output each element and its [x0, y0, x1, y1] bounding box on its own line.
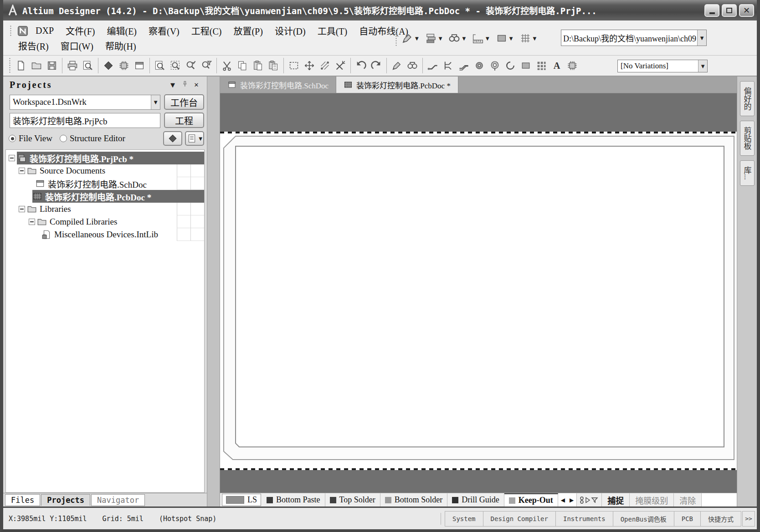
measure-button[interactable]: ▼ — [470, 31, 491, 46]
devices-view-button[interactable] — [101, 57, 116, 74]
clear-button[interactable]: 清除 — [674, 493, 702, 506]
panel-button-system[interactable]: System — [445, 511, 483, 527]
move-selection-button[interactable] — [302, 57, 317, 74]
fanout-button[interactable] — [441, 57, 456, 74]
layer-tab-top-solder[interactable]: Top Solder — [325, 493, 380, 506]
menu-place[interactable]: 放置(P) — [227, 23, 268, 38]
mask-level-button[interactable]: 掩膜级别 — [630, 493, 674, 506]
maximize-button[interactable] — [722, 4, 737, 17]
place-fill-button[interactable] — [518, 57, 534, 74]
layer-tab-ls[interactable]: LS — [222, 494, 261, 506]
tree-item-pcbdoc[interactable]: 装饰彩灯控制电路.PcbDoc * — [6, 190, 204, 203]
redo-button[interactable] — [369, 57, 384, 74]
pcb-board-button[interactable] — [116, 57, 132, 74]
collapse-icon[interactable] — [29, 219, 35, 225]
panel-close-button[interactable]: ✕ — [190, 82, 202, 88]
print-button[interactable] — [65, 57, 80, 74]
scroll-right-button[interactable]: ▶ — [570, 497, 574, 503]
panel-button-pcb[interactable]: PCB — [674, 511, 700, 527]
tab-schdoc[interactable]: 装饰彩灯控制电路.SchDoc — [220, 77, 336, 93]
layer-tab-bottom-paste[interactable]: Bottom Paste — [262, 493, 325, 506]
panel-button-design-compiler[interactable]: Design Compiler — [483, 511, 555, 527]
place-via-button[interactable] — [487, 57, 503, 74]
select-area-button[interactable] — [286, 57, 302, 74]
panel-button-openbus-palette[interactable]: OpenBus调色板 — [613, 511, 674, 527]
menu-window[interactable]: 窗口(W) — [55, 38, 99, 53]
collapse-icon[interactable] — [9, 155, 15, 161]
layer-stack-button[interactable]: ▼ — [423, 31, 444, 46]
grid-settings-button[interactable]: ▼ — [518, 31, 539, 46]
paste-array-button[interactable] — [266, 57, 281, 74]
chevron-down-icon[interactable]: ▼ — [697, 30, 706, 46]
workspace-combobox[interactable]: Workspace1.DsnWrk ▼ — [10, 95, 160, 110]
chevron-down-icon[interactable]: ▼ — [151, 95, 160, 109]
layer-tab-drill-guide[interactable]: Drill Guide — [447, 493, 504, 506]
room-button[interactable]: ▼ — [494, 31, 515, 46]
file-view-radio[interactable] — [9, 135, 16, 142]
board-insight-button[interactable]: ▼ — [400, 31, 421, 46]
layer-tab-bottom-solder[interactable]: Bottom Solder — [380, 493, 448, 506]
place-pad-button[interactable] — [472, 57, 487, 74]
panel-button-shortcuts[interactable]: 快捷方式 — [700, 511, 741, 527]
menu-tools[interactable]: 工具(T) — [312, 23, 354, 38]
panel-menu-button[interactable]: ▼ — [167, 82, 179, 88]
scroll-left-button[interactable]: ◀ — [561, 497, 565, 503]
tree-item-source-documents[interactable]: Source Documents — [6, 164, 204, 177]
menu-edit[interactable]: 编辑(E) — [101, 23, 143, 38]
project-button[interactable]: 工程 — [164, 113, 204, 128]
cut-button[interactable] — [219, 57, 235, 74]
collapse-icon[interactable] — [19, 206, 25, 212]
new-document-button[interactable] — [13, 57, 29, 74]
place-arc-button[interactable] — [503, 57, 518, 74]
chevron-down-icon[interactable]: ▼ — [698, 60, 707, 72]
menu-view[interactable]: 察看(V) — [143, 23, 185, 38]
drag-handle[interactable] — [9, 57, 11, 74]
open-document-button[interactable] — [29, 57, 44, 74]
tree-item-compiled-libraries[interactable]: Compiled Libraries — [6, 215, 204, 228]
interactive-routing-button[interactable] — [425, 57, 441, 74]
drag-handle[interactable] — [10, 25, 12, 36]
paste-button[interactable] — [250, 57, 266, 74]
tab-favorites[interactable]: 偏好的 — [740, 81, 755, 116]
tab-clipboard[interactable]: 剪贴板 — [740, 121, 755, 156]
tree-item-intlib[interactable]: Miscellaneous Devices.IntLib — [6, 228, 204, 241]
mask-controls[interactable] — [577, 493, 602, 506]
fit-document-button[interactable] — [152, 57, 168, 74]
workspace-panels-button[interactable] — [132, 57, 147, 74]
menu-help[interactable]: 帮助(H) — [99, 38, 142, 53]
place-string-button[interactable] — [549, 57, 565, 74]
tab-projects[interactable]: Projects — [41, 494, 90, 506]
find-button[interactable]: ▼ — [447, 31, 467, 46]
align-objects-button[interactable] — [317, 57, 333, 74]
show-documents-button[interactable] — [163, 131, 182, 146]
undo-button[interactable] — [353, 57, 369, 74]
tree-item-libraries[interactable]: Libraries — [6, 203, 204, 215]
menu-reports[interactable]: 报告(R) — [12, 38, 55, 53]
drag-handle[interactable] — [395, 31, 398, 46]
document-options-button[interactable]: ▼ — [185, 131, 204, 146]
tab-files[interactable]: Files — [5, 494, 40, 506]
pcb-sheet-area[interactable] — [220, 133, 737, 468]
snap-button[interactable]: 捕捉 — [602, 493, 630, 506]
fit-area-button[interactable] — [168, 57, 183, 74]
menu-file[interactable]: 文件(F) — [60, 23, 101, 38]
zoom-selected-button[interactable] — [183, 57, 199, 74]
minimize-button[interactable] — [704, 4, 719, 17]
cross-probe-button[interactable] — [333, 57, 348, 74]
panel-pin-button[interactable] — [179, 81, 190, 89]
menu-design[interactable]: 设计(D) — [269, 23, 312, 38]
panel-button-instruments[interactable]: Instruments — [555, 511, 613, 527]
collapse-icon[interactable] — [19, 168, 25, 174]
place-component-button[interactable] — [565, 57, 580, 74]
diff-pair-routing-button[interactable] — [456, 57, 472, 74]
print-preview-button[interactable] — [80, 57, 96, 74]
tab-navigator[interactable]: Navigator — [91, 494, 145, 506]
pcb-canvas[interactable] — [220, 93, 737, 493]
menu-project[interactable]: 工程(C) — [185, 23, 228, 38]
find-similar-button[interactable] — [405, 57, 420, 74]
dxp-icon[interactable] — [17, 25, 29, 37]
close-button[interactable]: ✕ — [739, 4, 754, 17]
tree-item-project[interactable]: 装饰彩灯控制电路.PrjPcb * — [6, 152, 204, 164]
panel-splitter[interactable] — [207, 77, 220, 506]
pad-array-button[interactable] — [534, 57, 549, 74]
